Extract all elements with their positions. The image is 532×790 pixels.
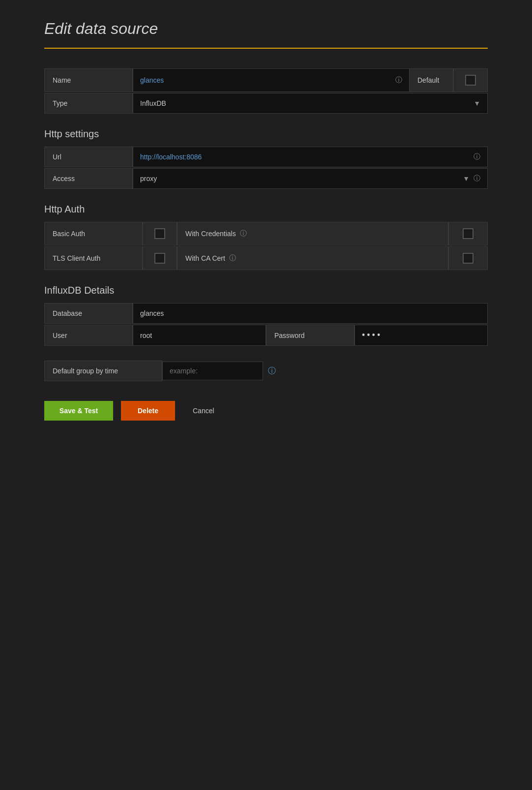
name-input-wrapper: ⓘ xyxy=(133,68,409,92)
tls-client-auth-label: TLS Client Auth xyxy=(44,246,143,270)
delete-button[interactable]: Delete xyxy=(121,401,175,421)
tls-client-auth-row: TLS Client Auth With CA Cert ⓘ xyxy=(44,246,488,270)
database-input[interactable] xyxy=(140,309,480,317)
type-label: Type xyxy=(44,93,133,114)
button-row: Save & Test Delete Cancel xyxy=(44,401,488,421)
user-password-row: User Password xyxy=(44,325,488,346)
type-select-arrow: ▼ xyxy=(473,99,480,107)
user-label: User xyxy=(44,325,133,346)
user-input-wrapper xyxy=(133,325,266,346)
type-row: Type InfluxDB ▼ xyxy=(44,93,488,114)
default-label: Default xyxy=(409,68,453,92)
basic-auth-checkbox[interactable] xyxy=(154,228,165,239)
name-info-icon: ⓘ xyxy=(395,76,402,85)
basic-auth-label: Basic Auth xyxy=(44,222,143,245)
access-select-arrow: ▼ xyxy=(463,175,470,182)
name-label: Name xyxy=(44,68,133,92)
with-ca-cert-checkbox[interactable] xyxy=(463,253,473,264)
group-by-label: Default group by time xyxy=(44,361,162,381)
cancel-button[interactable]: Cancel xyxy=(183,401,224,421)
url-row: Url ⓘ xyxy=(44,147,488,167)
basic-auth-checkbox-cell[interactable] xyxy=(143,222,177,245)
with-ca-cert-checkbox-cell[interactable] xyxy=(448,246,488,270)
url-input[interactable] xyxy=(140,153,470,161)
url-info-icon: ⓘ xyxy=(473,152,480,161)
page-title: Edit data source xyxy=(44,20,488,38)
default-checkbox[interactable] xyxy=(465,75,476,86)
url-label: Url xyxy=(44,147,133,167)
access-label: Access xyxy=(44,168,133,189)
default-checkbox-cell[interactable] xyxy=(453,68,488,92)
type-select[interactable]: InfluxDB xyxy=(140,99,470,107)
database-input-wrapper xyxy=(133,303,488,324)
access-info-icon: ⓘ xyxy=(473,174,480,183)
tls-client-auth-checkbox[interactable] xyxy=(154,253,165,264)
http-auth-title: Http Auth xyxy=(44,204,488,215)
with-ca-cert-label: With CA Cert ⓘ xyxy=(177,246,448,270)
name-input[interactable] xyxy=(140,76,391,84)
database-row: Database xyxy=(44,303,488,324)
with-credentials-label: With Credentials ⓘ xyxy=(177,222,448,245)
with-credentials-checkbox-cell[interactable] xyxy=(448,222,488,245)
title-divider xyxy=(44,48,488,49)
group-by-input[interactable] xyxy=(170,367,256,375)
user-input[interactable] xyxy=(140,332,259,339)
access-row: Access proxy direct ▼ ⓘ xyxy=(44,168,488,189)
basic-auth-row: Basic Auth With Credentials ⓘ xyxy=(44,222,488,245)
password-input-wrapper xyxy=(355,325,488,346)
http-settings-title: Http settings xyxy=(44,128,488,140)
group-by-row: Default group by time ⓘ xyxy=(44,361,488,381)
group-by-help-icon[interactable]: ⓘ xyxy=(268,366,276,376)
group-by-input-wrapper xyxy=(162,362,263,380)
url-input-wrapper: ⓘ xyxy=(133,147,488,167)
group-by-section: Default group by time ⓘ xyxy=(44,361,488,381)
access-select[interactable]: proxy direct xyxy=(140,175,459,182)
access-input-wrapper: proxy direct ▼ ⓘ xyxy=(133,168,488,189)
database-label: Database xyxy=(44,303,133,324)
with-credentials-info-icon: ⓘ xyxy=(240,229,247,238)
with-credentials-checkbox[interactable] xyxy=(463,228,473,239)
save-test-button[interactable]: Save & Test xyxy=(44,401,113,421)
type-input-wrapper: InfluxDB ▼ xyxy=(133,93,488,114)
influxdb-details-title: InfluxDB Details xyxy=(44,285,488,296)
tls-client-auth-checkbox-cell[interactable] xyxy=(143,246,177,270)
password-label: Password xyxy=(266,325,355,346)
password-input[interactable] xyxy=(362,330,480,340)
with-ca-cert-info-icon: ⓘ xyxy=(229,254,236,263)
name-row: Name ⓘ Default xyxy=(44,68,488,92)
